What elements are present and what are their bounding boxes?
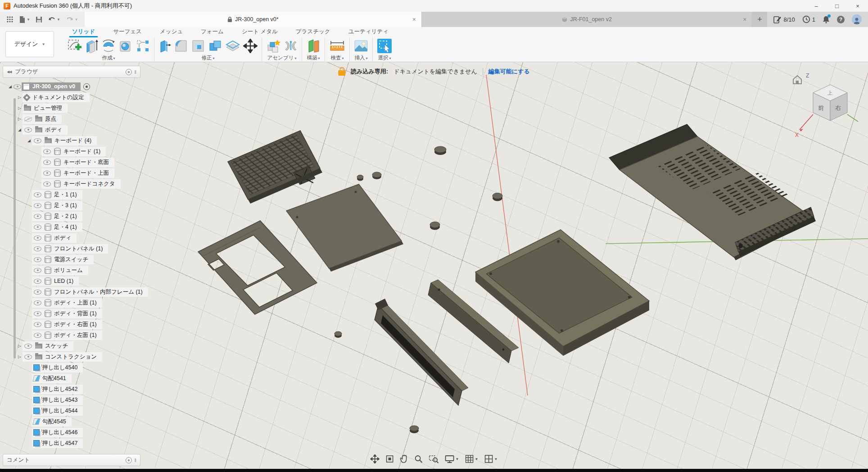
tree-row[interactable]: ▷電源スイッチ [3, 254, 140, 265]
window-maximize-button[interactable]: □ [827, 0, 847, 12]
pan-hand-icon[interactable] [400, 454, 408, 463]
group-label-inspect[interactable]: 検査 [330, 54, 344, 61]
tree-row[interactable]: ▷押し出し4544 [3, 405, 140, 416]
tree-row[interactable]: ▷キーボード・底面 [3, 157, 140, 168]
visibility-eye-icon[interactable] [34, 236, 41, 241]
visibility-eye-icon[interactable] [34, 203, 41, 208]
new-component-icon[interactable] [266, 39, 281, 53]
help-icon[interactable]: ? [837, 16, 845, 23]
workspace-switcher[interactable]: デザイン ▼ [5, 31, 54, 57]
panel-grip-icon[interactable]: ‖ [134, 69, 136, 75]
insert-image-icon[interactable] [354, 40, 368, 52]
tree-row[interactable]: ▷ボディ・上面 (1) [3, 297, 140, 308]
notifications-bell-icon[interactable] [823, 15, 830, 23]
hole-icon[interactable] [118, 39, 133, 53]
visibility-eye-icon[interactable] [24, 354, 32, 359]
panel-options-icon[interactable] [126, 69, 132, 75]
tree-row[interactable]: ▷フロントパネル・内部フレーム (1) [3, 286, 140, 297]
visibility-eye-icon[interactable] [34, 246, 41, 251]
panel-grip-icon[interactable]: ‖ [134, 458, 136, 463]
comments-header[interactable]: コメント ‖ [3, 454, 140, 466]
tree-row[interactable]: ▷スケッチ [3, 340, 140, 351]
tree-row[interactable]: ▷押し出し4543 [3, 395, 140, 405]
tree-row[interactable]: ▷押し出し4542 [3, 384, 140, 395]
combine-icon[interactable] [208, 39, 222, 53]
collapse-panel-icon[interactable]: ◀◀ [7, 70, 11, 74]
group-label-modify[interactable]: 修正 [201, 54, 214, 61]
expand-arrow-icon[interactable]: ▷ [17, 106, 23, 110]
tree-row[interactable]: ▷足・2 (1) [3, 211, 140, 222]
visibility-eye-icon[interactable] [43, 149, 51, 154]
visibility-eye-icon[interactable] [24, 344, 32, 349]
tree-row[interactable]: ▷ボディ・右面 (1) [3, 319, 140, 330]
visibility-eye-icon[interactable] [34, 225, 41, 230]
tree-row[interactable]: ◢ボディ [3, 124, 140, 135]
fit-view-icon[interactable] [385, 454, 394, 463]
ribbon-tab[interactable]: シート メタル [233, 27, 287, 37]
collapse-arrow-icon[interactable]: ◢ [26, 138, 32, 143]
tree-row[interactable]: ▷キーボード・上面 [3, 168, 140, 178]
visibility-eye-icon[interactable] [34, 138, 41, 143]
visibility-eye-off-icon[interactable] [24, 117, 32, 122]
visibility-eye-icon[interactable] [43, 160, 51, 165]
tree-row[interactable]: ▷足・1 (1) [3, 189, 140, 200]
tree-row[interactable]: ◢JR-300_open v0 [3, 81, 140, 92]
ribbon-tab[interactable]: フォーム [192, 27, 233, 37]
tree-row[interactable]: ▷ビュー管理 [3, 103, 140, 113]
model-body-top-panel[interactable] [286, 184, 403, 272]
ribbon-tab[interactable]: ユーティリティ [339, 27, 398, 37]
undo-icon[interactable]: ▼ [46, 13, 62, 26]
ribbon-tab[interactable]: メッシュ [151, 27, 192, 37]
grid-settings-icon[interactable]: ▼ [465, 454, 479, 463]
fillet-icon[interactable] [174, 39, 188, 53]
group-label-create[interactable]: 作成 [102, 54, 115, 61]
visibility-eye-icon[interactable] [34, 214, 41, 219]
ribbon-tab[interactable]: プラスチック [287, 27, 339, 37]
viewports-layout-icon[interactable]: ▼ [484, 454, 497, 463]
visibility-eye-icon[interactable] [34, 268, 41, 273]
visibility-eye-icon[interactable] [34, 333, 41, 338]
collapse-arrow-icon[interactable]: ◢ [7, 84, 13, 89]
zoom-window-icon[interactable] [429, 454, 439, 463]
group-label-construct[interactable]: 構築 [307, 54, 320, 61]
pan-icon[interactable] [371, 454, 380, 463]
move-icon[interactable] [243, 39, 258, 53]
window-close-button[interactable]: × [847, 0, 868, 12]
panel-options-icon[interactable] [126, 457, 132, 463]
group-label-select[interactable]: 選択 [378, 54, 391, 61]
collapse-arrow-icon[interactable]: ◢ [17, 127, 23, 132]
tree-row[interactable]: ▷足・3 (1) [3, 200, 140, 211]
user-avatar[interactable] [852, 14, 862, 24]
tree-row[interactable]: ▷ドキュメントの設定 [3, 92, 140, 103]
zoom-icon[interactable] [414, 454, 423, 463]
model-front-panel[interactable] [198, 221, 317, 314]
visibility-eye-icon[interactable] [34, 322, 41, 327]
tree-row[interactable]: ▷ボディ [3, 232, 140, 243]
visibility-eye-icon[interactable] [34, 311, 41, 316]
tree-row[interactable]: ◢キーボード (4) [3, 135, 140, 146]
tree-row[interactable]: ▷ボディ・左面 (1) [3, 330, 140, 340]
ribbon-tab[interactable]: サーフェス [104, 27, 151, 37]
job-status[interactable]: 1 [802, 15, 815, 23]
expand-arrow-icon[interactable]: ▷ [17, 117, 23, 121]
tree-row[interactable]: ▷勾配4545 [3, 416, 140, 427]
document-tab-inactive[interactable]: JR-F01_open v2 × [422, 12, 752, 27]
tree-row[interactable]: ▷ボリューム [3, 265, 140, 276]
construction-plane-icon[interactable] [306, 39, 321, 53]
offset-face-icon[interactable] [225, 39, 240, 53]
ribbon-tab[interactable]: ソリッド [63, 27, 104, 37]
visibility-eye-icon[interactable] [43, 171, 51, 176]
tree-row[interactable]: ▷LED (1) [3, 276, 140, 286]
tree-row[interactable]: ▷ボディ・背面 (1) [3, 308, 140, 319]
press-pull-icon[interactable] [158, 39, 171, 53]
active-component-radio[interactable] [83, 83, 90, 90]
group-label-assemble[interactable]: アセンブリ [267, 54, 296, 61]
model-keyboard[interactable] [228, 131, 322, 204]
pattern-icon[interactable] [136, 39, 150, 53]
display-settings-icon[interactable]: ▼ [445, 454, 459, 463]
create-sketch-icon[interactable] [67, 39, 82, 53]
visibility-eye-icon[interactable] [34, 290, 41, 295]
tree-row[interactable]: ▷コンストラクション [3, 351, 140, 362]
file-menu-icon[interactable]: ▼ [17, 13, 32, 26]
expand-arrow-icon[interactable]: ▷ [17, 95, 23, 100]
